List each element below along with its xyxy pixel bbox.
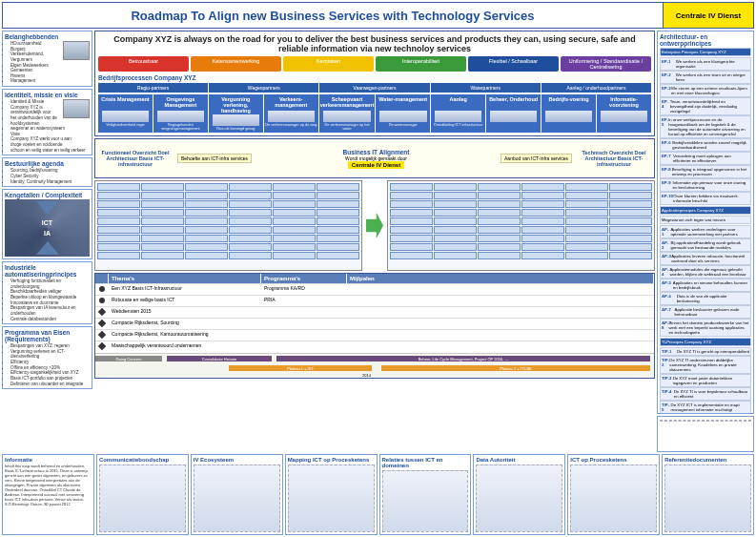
- principle-row: BetrouwbaarKetensamenwerkingKerntakenInt…: [98, 56, 651, 72]
- principle-row: TIP-1De XYZ TI is gericht op interoperab…: [660, 347, 751, 356]
- functional-architecture: [94, 180, 362, 271]
- theme-row: Een XYZ Basis ICT-InfrastructuurProgramm…: [95, 283, 654, 295]
- panel-arch-principles: Architectuur- en ontwerpprincipes Enterp…: [657, 31, 754, 414]
- arch-cell: [521, 226, 564, 234]
- arch-cell: [609, 209, 652, 217]
- panel-title: ICT op Procesketens: [570, 457, 657, 463]
- panel-legend: [657, 416, 754, 452]
- arch-cell: [390, 200, 433, 208]
- principle-row: EP-3We sturen op een actieve resultaats-…: [660, 84, 751, 97]
- list-item: schoon en veilig water en veilig verkeer: [10, 148, 90, 154]
- refs-img: [664, 465, 751, 532]
- tl-consol: Consolidatie Historie: [167, 356, 272, 361]
- principle-row: EP-9Informatie zijn primaar voor onze st…: [660, 178, 751, 192]
- principle-pill: Flexibel / Schaalbaar: [468, 56, 559, 72]
- panel-title: IV Ecosysteem: [194, 457, 280, 463]
- arch-cell: [565, 243, 608, 251]
- arch-cell: [521, 235, 564, 242]
- vision-block: Company XYZ is always on the road for yo…: [94, 31, 655, 136]
- vision-text: Company XYZ is always on the road for yo…: [98, 34, 651, 53]
- process-box: Crisis ManagementVeiligheidoverheid regi…: [98, 94, 153, 133]
- tl-going: Going Concern: [95, 356, 162, 361]
- arch-cell: [185, 217, 228, 225]
- section-hdr: Applicatieprincipes Company XYZ: [660, 206, 751, 215]
- arch-cell: [185, 243, 228, 251]
- arch-cell: [229, 235, 272, 242]
- arch-cell: [478, 252, 521, 259]
- arch-cell: [565, 252, 608, 259]
- arch-cell: [185, 209, 228, 217]
- panel-title: Mapping ICT op Procesketens: [288, 457, 375, 463]
- arch-cell: [317, 200, 359, 208]
- arch-cell: [273, 217, 316, 225]
- partner-box: Regio-partners: [98, 83, 208, 93]
- principle-pill: Ketensamenwerking: [191, 56, 281, 72]
- arch-cell: [565, 200, 608, 208]
- principle-row: AP-5Applicaties en nieuwe behoudtes kunn…: [660, 279, 751, 292]
- arch-cell: [141, 200, 184, 208]
- arch-cell: [521, 252, 564, 259]
- panel-ict-proc: ICT op Procesketens: [567, 454, 660, 535]
- arrow-right-icon: [366, 210, 383, 242]
- arch-cell: [317, 235, 359, 242]
- arch-cell: [434, 243, 477, 251]
- panel-title: Referentiedocumenten: [664, 457, 751, 463]
- arch-cell: [609, 243, 652, 251]
- arch-cell: [390, 209, 433, 217]
- arch-cell: [141, 252, 184, 259]
- panel-title: Bestuurlijke agenda: [5, 160, 90, 167]
- panel-stakeholders: Belanghebbenden HDuurzaamheidBurgerijVer…: [2, 31, 92, 87]
- brand-box: Centrale IV Dienst: [663, 3, 753, 28]
- complexity-diagram: ICT IA: [5, 199, 90, 257]
- thumb-img: [63, 99, 90, 118]
- panel-refs: Referentiedocumenten: [662, 454, 754, 535]
- theme-row: Compacte Rijksdienst, Kantoorautomatiser…: [95, 329, 654, 341]
- arch-cell: [97, 252, 140, 259]
- panel-title: Relaties tussen ICT en domeinen: [382, 457, 469, 468]
- list-item: Identity, Continuity Management: [10, 179, 90, 185]
- process-box: Verkeers-managementDe verkeersmanager op…: [264, 94, 318, 133]
- principle-row: TIP-2De XYZ TI ondersteunen diddelijke s…: [660, 356, 751, 374]
- process-box: Scheepvaart verkeersmanagementDe verkeer…: [319, 94, 376, 133]
- arch-cell: [317, 183, 359, 191]
- arch-cell: [390, 183, 433, 191]
- process-box: Omgevings ManagementRegiogebonden omgevi…: [153, 94, 208, 133]
- section-sub: Megewarum zich tegen wat missen: [660, 216, 751, 224]
- principle-row: AP-2Bij applicatieafhandeling wordt gebr…: [660, 238, 751, 252]
- ict-proc-img: [570, 465, 657, 532]
- principle-row: EP-8Beveiliging is integraal opgenomen i…: [660, 165, 751, 178]
- arch-cell: [478, 209, 521, 217]
- arch-cell: [97, 200, 140, 208]
- arch-cell: [185, 192, 228, 199]
- arch-cell: [390, 226, 433, 234]
- arch-cell: [521, 217, 564, 225]
- comm-img: [99, 465, 186, 532]
- panel-title: Programma van Eisen (Requirements): [5, 329, 90, 342]
- arch-cell: [478, 200, 521, 208]
- arch-cell: [229, 226, 272, 234]
- principle-row: AP-3Applicaties leveren robuuste, functi…: [660, 252, 751, 265]
- arch-cell: [229, 209, 272, 217]
- arch-cell: [478, 235, 521, 242]
- panel-informatie: Informatie Inhalt this map wordt beheerd…: [2, 454, 94, 535]
- arch-cell: [273, 252, 316, 259]
- arch-cell: [229, 192, 272, 199]
- principle-row: AP-4Applicatiemodules die eigenaar gebru…: [660, 265, 751, 279]
- arch-cell: [434, 217, 477, 225]
- process-box: Vergunning verlening, handhavingRws als …: [209, 94, 263, 133]
- arch-cell: [478, 192, 521, 199]
- panel-relaties: Relaties tussen ICT en domeinen: [379, 454, 472, 535]
- arch-cell: [609, 192, 652, 199]
- panel-agenda: Bestuurlijke agenda Sourcing, bedrijfsvo…: [2, 157, 92, 187]
- arch-cell: [478, 183, 521, 191]
- arch-cell: [317, 217, 359, 225]
- arch-cell: [141, 243, 184, 251]
- panel-identity: Identiteit, missie en visie Identiteit &…: [2, 89, 92, 155]
- arch-cell: [434, 209, 477, 217]
- left-column: Belanghebbenden HDuurzaamheidBurgerijVer…: [2, 31, 92, 452]
- partner-box: Vaarwegen-partners: [319, 83, 429, 93]
- principle-row: EP-1We werken als een klantgerichte orga…: [660, 57, 751, 71]
- tl-plateau2: Plateau 2 = TO-BE: [381, 365, 650, 371]
- arch-cell: [521, 209, 564, 217]
- panel-ecosystem: IV Ecosysteem: [191, 454, 283, 535]
